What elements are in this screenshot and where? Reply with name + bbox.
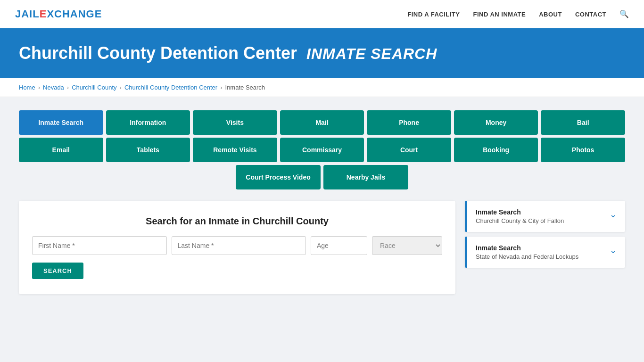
tab-commissary[interactable]: Commissary: [280, 138, 364, 162]
breadcrumb-sep-1: ›: [38, 84, 40, 91]
tab-court-process-video[interactable]: Court Process Video: [236, 165, 321, 189]
nav-find-facility[interactable]: FIND A FACILITY: [407, 11, 460, 18]
first-name-input[interactable]: [32, 236, 167, 255]
tab-booking[interactable]: Booking: [454, 138, 538, 162]
sidebar-card-2-subtitle: State of Nevada and Federal Lockups: [476, 253, 578, 260]
tab-email[interactable]: Email: [19, 138, 103, 162]
search-button[interactable]: SEARCH: [32, 263, 83, 279]
nav-about[interactable]: ABOUT: [539, 11, 562, 18]
sidebar-card-2-title: Inmate Search: [476, 244, 578, 252]
logo-x: E: [40, 8, 47, 20]
tab-mail[interactable]: Mail: [280, 110, 364, 135]
search-form: Race White Black Hispanic Asian Native A…: [32, 236, 442, 255]
breadcrumb-home[interactable]: Home: [19, 84, 35, 91]
hero-banner: Churchill County Detention Center INMATE…: [0, 28, 644, 78]
breadcrumb-nevada[interactable]: Nevada: [43, 84, 64, 91]
search-panel: Search for an Inmate in Churchill County…: [19, 201, 455, 294]
hero-title: Churchill County Detention Center INMATE…: [19, 43, 625, 63]
last-name-input[interactable]: [172, 236, 306, 255]
breadcrumb-sep-4: ›: [220, 84, 222, 91]
breadcrumb-sep-3: ›: [120, 84, 122, 91]
nav-links: FIND A FACILITY FIND AN INMATE ABOUT CON…: [407, 9, 629, 18]
lower-section: Search for an Inmate in Churchill County…: [19, 201, 625, 294]
age-input[interactable]: [311, 236, 367, 255]
tab-remote-visits[interactable]: Remote Visits: [193, 138, 277, 162]
tab-information[interactable]: Information: [106, 110, 190, 135]
tab-nearby-jails[interactable]: Nearby Jails: [323, 165, 408, 189]
tab-row-3: Court Process Video Nearby Jails: [19, 165, 625, 189]
tab-photos[interactable]: Photos: [541, 138, 625, 162]
chevron-down-icon-2: ⌄: [610, 245, 617, 255]
tab-court[interactable]: Court: [367, 138, 451, 162]
nav-find-inmate[interactable]: FIND AN INMATE: [473, 11, 526, 18]
logo-exchange-rest: XCHANGE: [47, 8, 102, 20]
sidebar-card-1-subtitle: Churchill County & City of Fallon: [476, 217, 564, 224]
breadcrumb-detention-center[interactable]: Churchill County Detention Center: [124, 84, 217, 91]
search-heading: Search for an Inmate in Churchill County: [32, 216, 442, 227]
nav-contact[interactable]: CONTACT: [575, 11, 606, 18]
site-logo[interactable]: JAILEXCHANGE: [15, 8, 102, 20]
hero-title-italic: INMATE SEARCH: [306, 45, 437, 62]
search-icon-button[interactable]: 🔍: [619, 9, 629, 18]
sidebar-card-1-title: Inmate Search: [476, 208, 564, 216]
breadcrumb: Home › Nevada › Churchill County › Churc…: [0, 78, 644, 97]
tab-phone[interactable]: Phone: [367, 110, 451, 135]
sidebar-card-nevada[interactable]: Inmate Search State of Nevada and Federa…: [465, 237, 625, 268]
tab-tablets[interactable]: Tablets: [106, 138, 190, 162]
breadcrumb-sep-2: ›: [67, 84, 69, 91]
main-content: Inmate Search Information Visits Mail Ph…: [0, 97, 644, 307]
sidebar-card-churchill[interactable]: Inmate Search Churchill County & City of…: [465, 201, 625, 232]
tab-money[interactable]: Money: [454, 110, 538, 135]
tab-row-1: Inmate Search Information Visits Mail Ph…: [19, 110, 625, 135]
tab-row-2: Email Tablets Remote Visits Commissary C…: [19, 138, 625, 162]
breadcrumb-churchill-county[interactable]: Churchill County: [72, 84, 116, 91]
sidebar-panel: Inmate Search Churchill County & City of…: [465, 201, 625, 272]
hero-title-main: Churchill County Detention Center: [19, 43, 297, 63]
tab-visits[interactable]: Visits: [193, 110, 277, 135]
breadcrumb-current: Inmate Search: [225, 84, 265, 91]
tab-bail[interactable]: Bail: [541, 110, 625, 135]
chevron-down-icon-1: ⌄: [610, 209, 617, 220]
logo-jail: JAIL: [15, 8, 40, 20]
navbar: JAILEXCHANGE FIND A FACILITY FIND AN INM…: [0, 0, 644, 28]
tab-inmate-search[interactable]: Inmate Search: [19, 110, 103, 135]
race-select[interactable]: Race White Black Hispanic Asian Native A…: [372, 236, 442, 255]
